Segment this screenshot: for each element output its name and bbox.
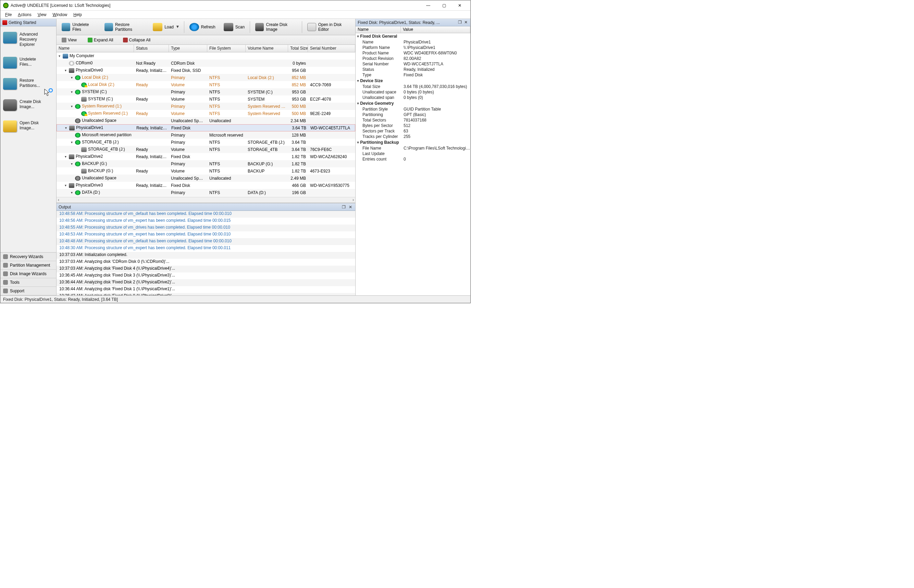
view-icon <box>62 38 66 42</box>
property-group[interactable]: Device Geometry <box>356 100 470 107</box>
row-name: CDRom0 <box>76 61 92 65</box>
grid-body[interactable]: My ComputerCDRom0Not ReadyCDRom Disk0 by… <box>57 52 355 197</box>
tree-row[interactable]: PhysicalDrive1Ready, InitializedFixed Di… <box>57 124 355 131</box>
cell: Fixed Disk <box>169 126 207 131</box>
tree-row[interactable]: PhysicalDrive0Ready, InitializedFixed Di… <box>57 67 355 74</box>
tree-row[interactable]: Microsoft reserved partitionPrimaryMicro… <box>57 131 355 139</box>
col-status[interactable]: Status <box>134 45 169 52</box>
expand-toggle[interactable] <box>71 190 75 193</box>
col-total-size[interactable]: Total Size <box>288 45 308 52</box>
expand-toggle[interactable] <box>65 68 68 71</box>
row-name: My Computer <box>70 53 94 58</box>
bottom-link[interactable]: Tools <box>0 278 56 287</box>
cell: Ready, Initialized <box>134 183 169 188</box>
tree-row[interactable]: SYSTEM (C:)ReadyVolumeNTFSSYSTEM953 GBEC… <box>57 95 355 103</box>
menu-file[interactable]: File <box>5 12 11 17</box>
property-group[interactable]: Device Size <box>356 78 470 84</box>
expand-toggle[interactable] <box>65 154 68 157</box>
create-disk-image-button[interactable]: Create Disk Image <box>251 21 300 34</box>
output-restore-button[interactable]: ❐ <box>341 204 346 210</box>
open-in-disk-editor-button[interactable]: Open in Disk Editor <box>303 21 354 34</box>
scan-button[interactable]: Scan <box>220 21 248 34</box>
tree-row[interactable]: STORAGE_4TB (J:)PrimaryNTFSSTORAGE_4TB (… <box>57 139 355 146</box>
tree-row[interactable]: DATA (D:)PrimaryNTFSDATA (D:)196 GB <box>57 189 355 196</box>
link-label: Tools <box>10 280 19 285</box>
expand-toggle[interactable] <box>71 89 75 93</box>
expand-toggle[interactable] <box>71 140 75 143</box>
expand-all-button[interactable]: Expand All <box>84 37 117 44</box>
task-item[interactable]: Open DiskImage... <box>2 118 55 139</box>
tree-row[interactable]: PhysicalDrive3Ready, InitializedFixed Di… <box>57 182 355 189</box>
output-line: 10:37:03 AM: Initialization completed. <box>57 252 355 259</box>
tree-row[interactable]: My Computer <box>57 52 355 60</box>
menu-help[interactable]: Help <box>73 12 82 17</box>
properties-body[interactable]: Fixed Disk GeneralNamePhysicalDrive1Plat… <box>356 33 470 296</box>
bottom-link[interactable]: Disk Image Wizards <box>0 270 56 278</box>
property-name: Entries count <box>363 157 404 162</box>
expand-toggle[interactable] <box>65 125 68 129</box>
undelete-files-button[interactable]: Undelete Files <box>58 21 100 34</box>
property-name: Unallocated span <box>363 95 404 100</box>
tree-row[interactable]: PhysicalDrive2Ready, InitializedFixed Di… <box>57 153 355 160</box>
tree-row[interactable]: Local Disk (2:)ReadyVolumeNTFS852 MB4CC9… <box>57 81 355 88</box>
tree-row[interactable]: STORAGE_4TB (J:)ReadyVolumeNTFSSTORAGE_4… <box>57 146 355 153</box>
tree-row[interactable]: Local Disk (2:)PrimaryNTFSLocal Disk (2:… <box>57 74 355 81</box>
output-line: 10:48:53 AM: Processing structure of vm_… <box>57 231 355 238</box>
bottom-link[interactable]: Recovery Wizards <box>0 253 56 261</box>
expand-toggle[interactable] <box>71 104 75 107</box>
row-icon <box>81 169 87 173</box>
maximize-button[interactable]: ▢ <box>436 0 452 11</box>
properties-columns: Name Value <box>356 26 470 33</box>
bottom-link[interactable]: Partition Management <box>0 261 56 270</box>
property-group[interactable]: Partitioning Backup <box>356 139 470 145</box>
cell: NTFS <box>207 75 246 80</box>
col-type[interactable]: Type <box>169 45 207 52</box>
tree-row[interactable]: System Reserved (1:)ReadyVolumeNTFSSyste… <box>57 110 355 117</box>
task-item[interactable]: UndeleteFiles... <box>2 54 55 75</box>
props-col-name[interactable]: Name <box>356 26 401 33</box>
property-row: NamePhysicalDrive1 <box>356 39 470 45</box>
properties-close-button[interactable]: ✕ <box>463 20 468 25</box>
view-button[interactable]: View <box>58 37 81 44</box>
menu-actions[interactable]: Actions <box>18 12 31 17</box>
cell: 852 MB <box>288 82 308 87</box>
task-item[interactable]: Create DiskImage... <box>2 97 55 118</box>
cell: 500 MB <box>288 111 308 116</box>
cell: NTFS <box>207 162 246 166</box>
task-item[interactable]: AdvancedRecoveryExplorer <box>2 29 55 54</box>
expand-toggle[interactable] <box>58 53 62 57</box>
menu-view[interactable]: View <box>38 12 47 17</box>
col-serial-number[interactable]: Serial Number <box>308 45 355 52</box>
bottom-link[interactable]: Support <box>0 287 56 296</box>
col-filesystem[interactable]: File System <box>207 45 246 52</box>
col-volume-name[interactable]: Volume Name <box>246 45 288 52</box>
tree-row[interactable]: SYSTEM (C:)PrimaryNTFSSYSTEM (C:)953 GB <box>57 88 355 95</box>
expand-toggle[interactable] <box>71 75 75 78</box>
horizontal-scrollbar[interactable]: ‹› <box>57 197 355 203</box>
props-col-value[interactable]: Value <box>401 26 470 33</box>
collapse-all-button[interactable]: Collapse All <box>120 37 154 44</box>
refresh-button[interactable]: Refresh <box>186 21 219 34</box>
sub-toolbar: View Expand All Collapse All <box>57 35 355 45</box>
task-icon <box>3 121 17 132</box>
menu-window[interactable]: Window <box>53 12 68 17</box>
property-value: \\.\PhysicalDrive1 <box>404 45 470 50</box>
properties-restore-button[interactable]: ❐ <box>457 20 462 25</box>
output-body[interactable]: 10:48:58 AM: Processing structure of vm_… <box>57 211 355 296</box>
expand-toggle[interactable] <box>71 161 75 165</box>
expand-toggle[interactable] <box>65 183 68 186</box>
tree-row[interactable]: System Reserved (1:)PrimaryNTFSSystem Re… <box>57 103 355 110</box>
col-name[interactable]: Name <box>57 45 134 52</box>
output-close-button[interactable]: ✕ <box>348 204 353 210</box>
task-item[interactable]: RestorePartitions... <box>2 75 55 97</box>
tree-row[interactable]: CDRom0Not ReadyCDRom Disk0 bytes <box>57 60 355 67</box>
property-group[interactable]: Fixed Disk General <box>356 33 470 39</box>
restore-partitions-button[interactable]: Restore Partitions <box>101 21 149 34</box>
close-button[interactable]: ✕ <box>452 0 468 11</box>
tree-row[interactable]: BACKUP (G:)ReadyVolumeNTFSBACKUP1.82 TB4… <box>57 167 355 174</box>
tree-row[interactable]: BACKUP (G:)PrimaryNTFSBACKUP (G:)1.82 TB <box>57 160 355 167</box>
load-button[interactable]: Load <box>149 21 183 34</box>
minimize-button[interactable]: — <box>420 0 436 11</box>
tree-row[interactable]: Unallocated SpaceUnallocated SpaceUnallo… <box>57 174 355 182</box>
tree-row[interactable]: Unallocated SpaceUnallocated SpaceUnallo… <box>57 117 355 124</box>
